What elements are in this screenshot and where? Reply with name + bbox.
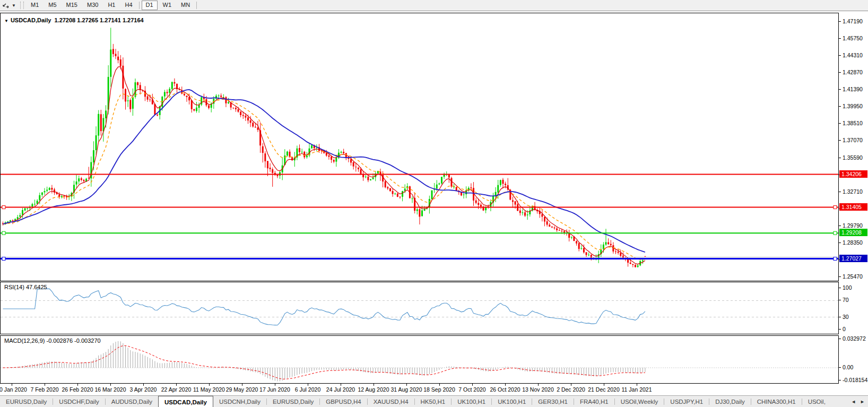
date-axis-label: 2 Dec 2020 (557, 386, 585, 393)
rsi-axis-tick (839, 317, 841, 317)
macd-indicator-panel[interactable]: MACD(12,26,9) -0.002876 -0.003270 (0, 335, 839, 384)
price-axis-tick (839, 192, 841, 192)
macd-axis-tick (839, 367, 841, 368)
price-axis-tick (839, 72, 841, 73)
price-axis-tick (839, 158, 841, 158)
line-handle-icon[interactable] (834, 231, 837, 235)
tab-scroll-arrows: ◄ ► (848, 396, 868, 407)
toolbar-grip-handle[interactable] (20, 2, 24, 9)
macd-axis-label: -0.018154 (843, 377, 867, 383)
chart-tab-usdcnh-daily[interactable]: USDCNH,Daily (213, 396, 266, 407)
date-axis-tick (45, 384, 45, 386)
chart-tabs: EURUSD,DailyUSDCHF,DailyAUDUSD,DailyUSDC… (0, 396, 831, 407)
chart-tab-dj30-daily[interactable]: DJ30,Daily (709, 396, 751, 407)
timeframe-button-mn[interactable]: MN (177, 1, 194, 10)
chart-tab-audusd-daily[interactable]: AUDUSD,Daily (106, 396, 158, 407)
line-handle-icon[interactable] (2, 206, 5, 209)
tab-scroll-right-icon[interactable]: ► (860, 399, 865, 404)
date-axis-tick (374, 384, 374, 386)
tab-scroll-left-icon[interactable]: ◄ (851, 399, 856, 404)
chart-tab-usoil-[interactable]: USOil, (802, 396, 831, 407)
chart-tab-usoil-weekly[interactable]: USOil,Weekly (615, 396, 664, 407)
price-chart-panel[interactable]: ▼USDCAD,Daily 1.27208 1.27265 1.27141 1.… (0, 13, 839, 281)
price-axis-tick (839, 123, 841, 124)
chart-tab-uk100-h1[interactable]: UK100,H1 (452, 396, 491, 407)
line-handle-icon[interactable] (2, 257, 5, 261)
chart-title: ▼USDCAD,Daily 1.27208 1.27265 1.27141 1.… (4, 17, 144, 23)
timeframe-button-w1[interactable]: W1 (159, 1, 176, 10)
timeframe-button-h1[interactable]: H1 (103, 1, 119, 10)
chart-region: ▼USDCAD,Daily 1.27208 1.27265 1.27141 1.… (0, 11, 868, 395)
chart-tab-bar: EURUSD,DailyUSDCHF,DailyAUDUSD,DailyUSDC… (0, 395, 868, 407)
price-axis-label: 1.45750 (843, 35, 863, 41)
price-line-badge: 1.29208 (839, 229, 867, 236)
macd-canvas[interactable] (1, 336, 838, 383)
chart-tab-usdcad-daily[interactable]: USDCAD,Daily (158, 396, 213, 407)
date-axis-tick (571, 384, 571, 386)
date-axis-tick (275, 384, 275, 386)
price-line-badge: 1.31405 (839, 203, 867, 211)
timeframe-button-m1[interactable]: M1 (27, 1, 43, 10)
chart-tab-gbpusd-h4[interactable]: GBPUSD,H4 (320, 396, 367, 407)
line-handle-icon[interactable] (834, 206, 837, 209)
price-axis-label: 1.35590 (843, 154, 863, 161)
timeframe-button-h4[interactable]: H4 (120, 1, 136, 10)
timeframe-button-m30[interactable]: M30 (83, 1, 102, 10)
date-axis-tick (538, 384, 539, 386)
rsi-axis-tick (839, 329, 841, 330)
line-handle-icon[interactable] (834, 257, 837, 261)
price-axis-tick (839, 140, 841, 141)
price-axis-tick (839, 276, 841, 277)
rsi-indicator-panel[interactable]: RSI(14) 47.6425 (0, 282, 839, 334)
timeframe-button-m5[interactable]: M5 (44, 1, 60, 10)
price-axis-label: 1.37070 (843, 137, 863, 143)
date-axis-label: 31 Aug 2020 (391, 386, 422, 393)
date-axis-label: 21 Dec 2020 (588, 386, 620, 393)
date-axis-tick (242, 384, 242, 386)
rsi-axis-label: 30 (843, 314, 849, 320)
price-axis-label: 1.47190 (843, 18, 863, 24)
chart-tab-usdchf-daily[interactable]: USDCHF,Daily (53, 396, 105, 407)
toolbar-dropdown-caret-icon[interactable]: ▼ (11, 3, 17, 8)
date-axis-label: 11 May 2020 (193, 386, 225, 393)
date-axis-label: 26 Feb 2020 (62, 386, 93, 393)
chart-tab-uk100-h1[interactable]: UK100,H1 (492, 396, 532, 407)
date-axis-tick (308, 384, 308, 386)
candlestick-canvas[interactable] (1, 13, 838, 281)
chart-tab-hk50-h1[interactable]: HK50,H1 (415, 396, 452, 407)
chart-tab-xauusd-h4[interactable]: XAUUSD,H4 (368, 396, 414, 407)
ma-line-3 (3, 90, 645, 252)
price-axis[interactable]: 1.471901.457501.443101.428701.413901.399… (839, 11, 868, 395)
chart-tab-eurusd-daily[interactable]: EURUSD,Daily (267, 396, 319, 407)
line-handle-icon[interactable] (2, 231, 5, 235)
timeframe-button-d1[interactable]: D1 (142, 1, 158, 10)
price-axis-label: 1.41390 (843, 86, 863, 92)
price-axis-tick (839, 226, 841, 226)
chart-tab-eurusd-daily[interactable]: EURUSD,Daily (0, 396, 53, 407)
chart-tab-fra40-h1[interactable]: FRA40,H1 (574, 396, 614, 407)
date-axis[interactable]: 20 Jan 20207 Feb 202026 Feb 202016 Mar 2… (0, 384, 868, 395)
date-axis-tick (604, 384, 604, 386)
macd-axis-label: 0.032972 (843, 335, 866, 342)
macd-axis-tick (839, 380, 841, 380)
rsi-label: RSI(14) 47.6425 (4, 284, 47, 290)
date-axis-label: 13 Nov 2020 (522, 386, 554, 393)
chart-tab-ger30-h1[interactable]: GER30,H1 (532, 396, 574, 407)
price-axis-tick (839, 55, 841, 56)
crosshair-move-icon[interactable] (1, 1, 11, 10)
date-axis-label: 22 Apr 2020 (161, 386, 192, 393)
price-axis-label: 1.32710 (843, 188, 863, 195)
date-axis-label: 29 May 2020 (226, 386, 258, 393)
price-axis-tick (839, 21, 841, 22)
date-axis-label: 3 Apr 2020 (130, 386, 157, 393)
toolbar-separator (139, 2, 140, 9)
price-axis-label: 1.42870 (843, 69, 863, 75)
timeframe-button-m15[interactable]: M15 (62, 1, 82, 10)
rsi-axis-label: 0 (843, 326, 846, 332)
date-axis-tick (77, 384, 78, 386)
rsi-canvas[interactable] (1, 282, 838, 334)
date-axis-label: 24 Jul 2020 (326, 386, 355, 393)
symbol-dropdown-icon[interactable]: ▼ (4, 19, 8, 23)
chart-tab-china300-h1[interactable]: CHINA300,H1 (751, 396, 802, 407)
chart-tab-usdjpy-h1[interactable]: USDJPY,H1 (664, 396, 709, 407)
